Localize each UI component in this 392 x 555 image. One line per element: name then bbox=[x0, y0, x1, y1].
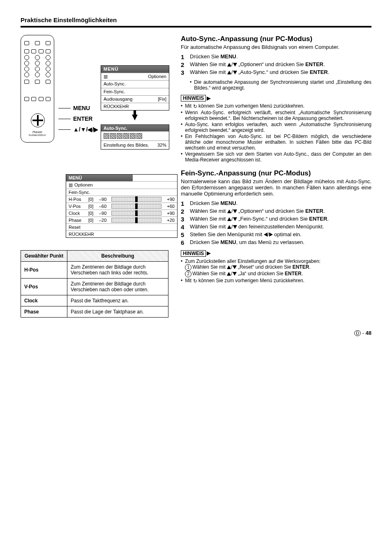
auto-sync-heading: Auto-Sync.-Anpassung (nur PC-Modus) bbox=[181, 35, 371, 43]
slider-thumb-icon bbox=[135, 196, 138, 202]
table-row: H-Pos bbox=[21, 262, 67, 279]
table-row: Phase bbox=[21, 306, 67, 318]
osd-autosync: Auto-Sync. Einstellung des Bildes. 32% bbox=[101, 124, 169, 150]
slider-min: –20 bbox=[99, 218, 109, 223]
slider-max: +90 bbox=[164, 211, 175, 216]
auto-intro: Für automatische Anpassung des Bildsigna… bbox=[181, 44, 371, 50]
page-number: D - 48 bbox=[21, 330, 371, 336]
slider-min: –90 bbox=[99, 197, 109, 202]
progress-icon bbox=[101, 131, 169, 140]
hinweis-arrow-icon bbox=[207, 251, 211, 256]
step-text: Wählen Sie mit / „Optionen“ und drücken … bbox=[190, 61, 325, 68]
step-text: Drücken Sie MENU, um das Menü zu verlass… bbox=[190, 239, 304, 246]
step-text: Wählen Sie mit / „Fein-Sync.“ und drücke… bbox=[190, 216, 329, 223]
note-text: Mit ↻ können Sie zum vorherigen Menü zur… bbox=[185, 103, 304, 109]
remote-callouts: MENU ENTER ▲/▼/◀/▶ bbox=[58, 35, 98, 133]
main-columns: Pioneer PLASMA DISPLAY MENU ENTER ▲/▼/◀/… bbox=[21, 35, 371, 318]
table-row: Zum Zentrieren der Bildlage durch Versch… bbox=[67, 262, 168, 279]
page-title: Praktische Einstellmöglichkeiten bbox=[21, 16, 371, 23]
slider-max: +90 bbox=[164, 197, 175, 202]
step-text: Drücken Sie MENU. bbox=[190, 53, 238, 60]
table-row: Passt die Taktfrequenz an. bbox=[67, 295, 168, 306]
slider-track bbox=[111, 218, 161, 223]
circled-2-icon: 2 bbox=[185, 271, 191, 277]
desc-th2: Beschreibung bbox=[67, 251, 168, 262]
desc-th1: Gewählter Punkt bbox=[21, 251, 67, 262]
auto-notes: Mit ↻ können Sie zum vorherigen Menü zur… bbox=[181, 103, 371, 163]
slider-thumb-icon bbox=[135, 217, 138, 223]
down-icon bbox=[233, 225, 237, 229]
dpad-icon bbox=[31, 113, 45, 127]
osd1-fix: [Fix] bbox=[158, 97, 166, 102]
menu-label: MENU bbox=[73, 105, 90, 111]
fein-sync-heading: Fein-Sync.-Anpassung (nur PC-Modus) bbox=[181, 169, 371, 177]
down-icon bbox=[233, 210, 237, 213]
slider-zero: [0] bbox=[88, 211, 97, 216]
slider-label: H-Pos bbox=[69, 197, 86, 202]
remote-brand: Pioneer PLASMA DISPLAY bbox=[21, 131, 54, 136]
fein-intro: Normalerweise kann das Bild zum Ändern d… bbox=[181, 178, 371, 197]
osd2-status: Einstellung des Bildes. bbox=[104, 143, 149, 147]
auto-steps: 1Drücken Sie MENU. 2Wählen Sie mit / „Op… bbox=[181, 53, 371, 76]
osd3-title: MENÜ bbox=[66, 175, 133, 181]
description-table: Gewählter Punkt Beschreibung H-PosZum Ze… bbox=[21, 250, 168, 318]
slider-thumb-icon bbox=[135, 210, 138, 216]
hinweis-arrow-icon bbox=[207, 97, 211, 101]
fein-notes: Zum Zurückstellen aller Einstellungen au… bbox=[181, 258, 371, 284]
hinweis-label: HINWEIS bbox=[181, 95, 206, 101]
osd1-item: Audioausgang bbox=[104, 97, 132, 102]
slider-label: Phase bbox=[69, 218, 86, 223]
right-column: Auto-Sync.-Anpassung (nur PC-Modus) Für … bbox=[181, 35, 371, 318]
note-text: Ein Fehlschlagen von Auto-Sync. ist bei … bbox=[185, 134, 371, 151]
fein-steps: 1Drücken Sie MENU. 2Wählen Sie mit / „Op… bbox=[181, 200, 371, 246]
slider-zero: [0] bbox=[88, 204, 97, 209]
right-icon bbox=[269, 233, 273, 237]
osd2-title: Auto-Sync. bbox=[101, 125, 169, 131]
down-icon bbox=[233, 265, 237, 269]
note-text: Wenn Auto-Sync. erfolgreich verläuft, er… bbox=[185, 110, 371, 121]
down-icon bbox=[233, 63, 237, 67]
osd1-item: Fein-Sync. bbox=[104, 89, 125, 94]
slider-zero: [0] bbox=[88, 218, 97, 223]
osd3-sub: Fein-Sync. bbox=[69, 190, 90, 195]
remote-illustration: Pioneer PLASMA DISPLAY bbox=[21, 35, 54, 143]
osd3-back: RÜCKKEHR bbox=[69, 232, 94, 237]
slider-label: V-Pos bbox=[69, 204, 86, 209]
slider-track bbox=[111, 211, 161, 216]
osd3-opt: Optionen bbox=[74, 182, 93, 188]
table-row: V-Pos bbox=[21, 279, 67, 295]
slider-zero: [0] bbox=[88, 197, 97, 202]
table-row: Clock bbox=[21, 295, 67, 306]
dpad-label: ▲/▼/◀/▶ bbox=[73, 126, 98, 133]
slider-track bbox=[111, 204, 161, 209]
step-sub: Die automatische Anpassung der Synchroni… bbox=[190, 79, 371, 91]
slider-label: Clock bbox=[69, 211, 86, 216]
arrow-down-icon bbox=[132, 115, 138, 120]
osd1-back: RÜCKKEHR bbox=[104, 104, 129, 109]
slider-track bbox=[111, 197, 161, 202]
step-text: Wählen Sie mit / „Auto-Sync.“ und drücke… bbox=[190, 69, 329, 76]
osd3-reset: Reset bbox=[69, 225, 81, 230]
left-column: Pioneer PLASMA DISPLAY MENU ENTER ▲/▼/◀/… bbox=[21, 35, 168, 318]
slider-min: –60 bbox=[99, 204, 109, 209]
step-text: Drücken Sie MENU. bbox=[190, 200, 238, 207]
circled-1-icon: 1 bbox=[185, 264, 191, 271]
lang-badge: D bbox=[354, 330, 361, 336]
osd-feinsync: MENÜ ▥Optionen Fein-Sync. H-Pos [0] –90 … bbox=[66, 174, 178, 238]
up-icon bbox=[227, 71, 231, 74]
down-icon bbox=[233, 217, 237, 221]
options-icon: ▥ bbox=[69, 182, 73, 188]
up-icon bbox=[227, 210, 231, 213]
left-icon bbox=[264, 233, 267, 237]
osd1-title: MENÜ bbox=[101, 66, 169, 73]
down-icon bbox=[233, 272, 237, 276]
note-text: Zum Zurückstellen aller Einstellungen au… bbox=[185, 258, 321, 277]
up-icon bbox=[227, 225, 231, 229]
slider-thumb-icon bbox=[135, 203, 138, 209]
enter-label: ENTER bbox=[73, 115, 92, 122]
slider-min: –90 bbox=[99, 211, 109, 216]
slider-max: +20 bbox=[164, 218, 175, 223]
osd1-opt: Optionen bbox=[148, 74, 166, 79]
osd-menu-1: MENÜ ▥Optionen Auto-Sync. Fein-Sync. Aud… bbox=[101, 65, 169, 111]
title-rule bbox=[21, 26, 371, 28]
